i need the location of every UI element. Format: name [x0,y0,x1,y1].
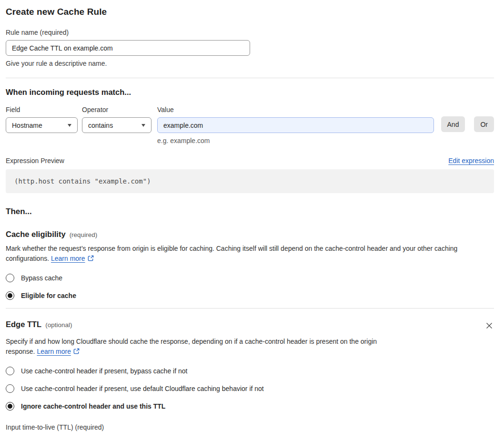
close-icon[interactable] [484,321,494,332]
operator-label: Operator [82,106,151,113]
radio-option-label: Use cache-control header if present, byp… [21,367,187,375]
match-section-heading: When incoming requests match... [6,88,494,97]
radio-icon[interactable] [6,384,14,393]
create-cache-rule-form: Create new Cache Rule Rule name (require… [0,0,504,432]
edge-ttl-description: Specify if and how long Cloudflare shoul… [6,337,404,358]
section-divider [6,78,494,78]
operator-select[interactable]: contains [82,117,151,133]
radio-option-use-header-default[interactable]: Use cache-control header if present, use… [6,384,494,393]
external-link-icon [87,255,94,265]
radio-option-use-header-bypass[interactable]: Use cache-control header if present, byp… [6,367,494,375]
edit-expression-link[interactable]: Edit expression [448,157,494,165]
edge-ttl-heading: Edge TTL [6,320,41,329]
radio-icon[interactable] [6,367,14,375]
field-select[interactable]: Hostname [6,117,78,133]
section-divider [6,308,494,309]
radio-option-label: Ignore cache-control header and use this… [21,402,165,410]
radio-selected-icon[interactable] [6,291,14,300]
field-select-value: Hostname [12,122,42,129]
radio-option-label: Eligible for cache [21,292,76,299]
radio-selected-icon[interactable] [6,402,14,411]
radio-option-bypass-cache[interactable]: Bypass cache [6,274,494,282]
operator-select-value: contains [88,122,113,129]
radio-option-label: Bypass cache [21,274,62,282]
cache-eligibility-required-tag: (required) [70,231,98,238]
and-button[interactable]: And [441,116,465,132]
radio-option-ignore-header-use-ttl[interactable]: Ignore cache-control header and use this… [6,402,494,411]
rule-name-label: Rule name (required) [6,29,494,36]
learn-more-link[interactable]: Learn more [51,255,85,262]
radio-icon[interactable] [6,274,14,282]
radio-option-eligible-for-cache[interactable]: Eligible for cache [6,291,494,300]
external-link-icon [73,348,80,358]
value-input[interactable] [157,117,434,133]
then-heading: Then... [6,207,494,216]
page-title: Create new Cache Rule [6,7,494,17]
radio-option-label: Use cache-control header if present, use… [21,385,264,392]
caret-down-icon [141,124,145,127]
rule-name-help: Give your rule a descriptive name. [6,60,494,67]
cache-eligibility-heading: Cache eligibility [6,230,66,239]
edge-ttl-optional-tag: (optional) [45,321,72,329]
rule-name-input[interactable] [6,40,250,56]
ttl-label: Input time-to-live (TTL) (required) [6,423,494,431]
value-help: e.g. example.com [157,137,434,144]
expression-preview-code: (http.host contains "example.com") [6,169,494,193]
value-label: Value [157,106,434,113]
field-label: Field [6,106,78,113]
expression-preview-label: Expression Preview [6,157,64,165]
or-button[interactable]: Or [474,116,494,132]
match-condition-row: Field Hostname Operator contains Value e… [6,106,494,144]
caret-down-icon [68,124,71,127]
cache-eligibility-description: Mark whether the request’s response from… [6,244,494,265]
learn-more-link[interactable]: Learn more [37,348,71,355]
